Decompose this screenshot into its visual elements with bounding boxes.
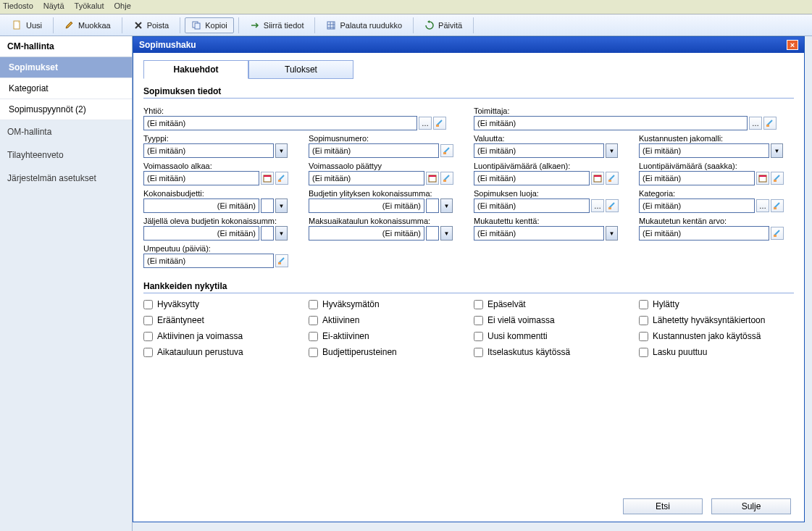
sidebar-item-sopimukset[interactable]: Sopimukset	[0, 57, 132, 78]
tb-refresh[interactable]: Päivitä	[418, 17, 469, 33]
browse-icon[interactable]: …	[749, 117, 762, 130]
clear-icon[interactable]	[275, 254, 288, 267]
chk-akt-voimassa[interactable]: Aktiivinen ja voimassa	[143, 331, 303, 341]
chk-itselaskutus[interactable]: Itselaskutus käytössä	[474, 347, 633, 357]
svg-rect-15	[608, 180, 611, 182]
input-valuutta[interactable]	[474, 143, 604, 158]
input-mukautettu-kentta[interactable]	[474, 226, 604, 241]
chk-hylatty[interactable]: Hylätty	[639, 299, 798, 309]
input-jaljella-budjetti[interactable]	[143, 226, 259, 241]
input-jaljella-op[interactable]	[261, 226, 274, 241]
tb-edit[interactable]: Muokkaa	[58, 17, 117, 33]
input-yhtio[interactable]	[143, 116, 417, 130]
clear-icon[interactable]	[440, 172, 453, 185]
tb-copy[interactable]: Kopioi	[185, 17, 234, 33]
section-hankkeiden-nykytila: Hankkeiden nykytila	[143, 278, 794, 293]
chk-aktiivinen[interactable]: Aktiivinen	[309, 315, 468, 325]
input-sopimuksen-luoja[interactable]	[474, 198, 590, 213]
dropdown-arrow-icon[interactable]: ▼	[606, 226, 618, 241]
close-icon[interactable]: ×	[787, 40, 798, 50]
svg-rect-5	[766, 125, 769, 127]
sidebar-om-hallinta[interactable]: OM-hallinta	[0, 120, 132, 143]
clear-icon[interactable]	[771, 227, 784, 240]
menu-help[interactable]: Ohje	[114, 1, 131, 12]
calendar-icon[interactable]	[756, 172, 769, 185]
chk-budjettiper[interactable]: Budjettiperusteinen	[309, 347, 468, 357]
calendar-icon[interactable]	[426, 172, 439, 185]
sidebar-tilayhteenveto[interactable]: Tilayhteenveto	[0, 143, 132, 167]
input-mukautetun-arvo[interactable]	[639, 226, 769, 241]
chk-kust-jako[interactable]: Kustannusten jako käytössä	[639, 331, 798, 341]
tab-tulokset[interactable]: Tulokset	[248, 60, 353, 79]
input-voimassa-paattyy[interactable]	[309, 171, 424, 185]
chk-aikatauluun[interactable]: Aikatauluun perustuva	[143, 347, 303, 357]
tb-transfer[interactable]: Siirrä tiedot	[243, 17, 311, 33]
input-sopimusnumero[interactable]	[309, 143, 439, 158]
dropdown-arrow-icon[interactable]: ▼	[275, 226, 288, 241]
clear-icon[interactable]	[771, 172, 784, 185]
input-toimittaja[interactable]	[474, 116, 748, 130]
menu-view[interactable]: Näytä	[43, 1, 64, 12]
input-maksuaikataulu-op[interactable]	[426, 226, 439, 241]
chk-ei-aktiivinen[interactable]: Ei-aktiivinen	[309, 331, 468, 341]
sidebar: CM-hallinta Sopimukset Kategoriat Sopimu…	[0, 36, 133, 531]
label-sopimusnumero: Sopimusnumero:	[309, 134, 468, 143]
browse-icon[interactable]: …	[419, 117, 432, 130]
label-toimittaja: Toimittaja:	[474, 106, 798, 115]
button-etsi[interactable]: Etsi	[623, 498, 703, 514]
menu-file[interactable]: Tiedosto	[3, 1, 33, 12]
input-luontipvm-alkaen[interactable]	[474, 171, 590, 185]
button-sulje[interactable]: Sulje	[711, 498, 791, 514]
dropdown-arrow-icon[interactable]: ▼	[275, 198, 288, 213]
label-luontipvm-alkaen: Luontipäivämäärä (alkaen):	[474, 162, 633, 170]
clear-icon[interactable]	[433, 117, 446, 130]
sidebar-jarjestelman-asetukset[interactable]: Järjestelmän asetukset	[0, 167, 132, 190]
sidebar-item-kategoriat[interactable]: Kategoriat	[0, 78, 132, 99]
chk-hyvaksymaton[interactable]: Hyväksymätön	[309, 299, 468, 309]
input-umpeutuu[interactable]	[143, 254, 274, 268]
calendar-icon[interactable]	[261, 172, 274, 185]
chk-lasku-puuttuu[interactable]: Lasku puuttuu	[639, 347, 798, 357]
input-voimassa-alkaa[interactable]	[143, 171, 259, 185]
clear-icon[interactable]	[771, 199, 784, 212]
browse-icon[interactable]: …	[591, 199, 604, 212]
input-tyyppi[interactable]	[143, 143, 274, 158]
tb-delete[interactable]: Poista	[127, 17, 176, 33]
clear-icon[interactable]	[440, 144, 453, 157]
sidebar-group-cm[interactable]: CM-hallinta	[0, 36, 132, 57]
input-kokonaisbudjetti-op[interactable]	[261, 198, 274, 213]
dialog-sopimushaku: Sopimushaku × Hakuehdot Tulokset Sopimuk…	[133, 36, 805, 522]
tb-new[interactable]: Uusi	[6, 17, 49, 33]
chk-ei-viela[interactable]: Ei vielä voimassa	[474, 315, 633, 325]
chk-eraantyneet[interactable]: Erääntyneet	[143, 315, 303, 325]
delete-icon	[133, 20, 143, 30]
dropdown-arrow-icon[interactable]: ▼	[440, 198, 453, 213]
input-budjetin-ylitys-op[interactable]	[426, 198, 439, 213]
input-kategoria[interactable]	[639, 198, 755, 213]
browse-icon[interactable]: …	[756, 199, 769, 212]
dropdown-arrow-icon[interactable]: ▼	[275, 143, 288, 158]
input-luontipvm-saakka[interactable]	[639, 171, 755, 185]
input-kustannusten-jakomalli[interactable]	[639, 143, 769, 158]
chk-hyvaksytty[interactable]: Hyväksytty	[143, 299, 303, 309]
clear-icon[interactable]	[606, 199, 619, 212]
tab-hakuehdot[interactable]: Hakuehdot	[143, 60, 248, 79]
sidebar-item-sopimuspyynnot[interactable]: Sopimuspyynnöt (2)	[0, 99, 132, 120]
chk-uusi-kommentti[interactable]: Uusi kommentti	[474, 331, 633, 341]
dropdown-arrow-icon[interactable]: ▼	[440, 226, 453, 241]
input-budjetin-ylitys[interactable]	[309, 198, 424, 213]
input-maksuaikataulu[interactable]	[309, 226, 424, 241]
chk-lahetetty[interactable]: Lähetetty hyväksyntäkiertoon	[639, 315, 798, 325]
tb-delete-label: Poista	[147, 21, 169, 30]
dropdown-arrow-icon[interactable]: ▼	[771, 143, 783, 158]
toolbar: Uusi Muokkaa Poista Kopioi Siirrä tiedot…	[0, 14, 812, 36]
clear-icon[interactable]	[763, 117, 777, 130]
clear-icon[interactable]	[275, 172, 288, 185]
calendar-icon[interactable]	[591, 172, 604, 185]
dropdown-arrow-icon[interactable]: ▼	[606, 143, 618, 158]
menu-tools[interactable]: Työkalut	[75, 1, 104, 12]
input-kokonaisbudjetti[interactable]	[143, 198, 259, 213]
clear-icon[interactable]	[606, 172, 619, 185]
tb-reset-grid[interactable]: Palauta ruudukko	[319, 17, 409, 33]
chk-epaselvat[interactable]: Epäselvät	[474, 299, 633, 309]
